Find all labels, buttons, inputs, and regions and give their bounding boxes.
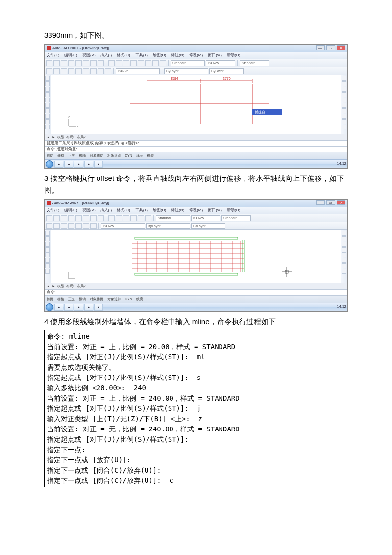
tab-layout1[interactable]: 布局1 [66,134,75,140]
menu-item[interactable]: 绘图(D) [153,52,166,59]
status-toggle[interactable]: 正交 [68,153,75,158]
tool-button[interactable] [45,92,50,97]
tool-button[interactable] [45,252,50,257]
tool-button[interactable] [75,60,82,66]
menu-item[interactable]: 帮助(H) [227,207,240,214]
status-toggle[interactable]: 对象追踪 [107,153,121,158]
tool-button[interactable] [130,60,137,66]
style-dropdown-2[interactable]: Standard [240,60,269,66]
tool-button[interactable] [83,60,89,66]
color-dropdown[interactable]: ByLayer [164,68,208,74]
taskbar-item[interactable]: ● [74,304,83,311]
tool-button[interactable] [45,247,50,252]
tab-layout2[interactable]: 布局2 [77,283,86,289]
tool-button[interactable] [53,68,60,74]
tab-model[interactable]: 模型 [57,283,64,289]
taskbar-item[interactable]: ● [64,304,73,311]
status-toggle[interactable]: 线宽 [136,153,143,158]
tool-button[interactable] [90,60,97,66]
menu-item[interactable]: 工具(T) [135,52,148,59]
tool-button[interactable] [83,223,89,229]
status-toggle[interactable]: 对象追踪 [107,296,121,302]
tool-button[interactable] [68,60,74,66]
tool-button[interactable] [45,119,50,124]
tool-button[interactable] [45,258,50,263]
status-toggle[interactable]: DYN [125,296,132,302]
tab[interactable]: ► [52,134,55,140]
tool-button[interactable] [123,215,129,221]
minimize-button[interactable]: — [316,45,325,50]
menu-item[interactable]: 标注(N) [171,207,184,214]
close-button[interactable]: ✕ [337,200,345,205]
menu-item[interactable]: 标注(N) [171,52,184,59]
tool-button[interactable] [116,215,122,221]
tool-button[interactable] [46,68,52,74]
menu-item[interactable]: 修改(M) [189,52,203,59]
tab[interactable]: ◄ [47,283,50,289]
tool-button[interactable] [68,68,74,74]
tool-button[interactable] [108,215,115,221]
tool-button[interactable] [342,269,346,274]
tool-button[interactable] [45,125,50,129]
menu-item[interactable]: 插入(I) [100,52,112,59]
status-toggle[interactable]: 对象捕捉 [90,153,103,158]
tool-button[interactable] [83,215,89,221]
status-toggle[interactable]: 正交 [68,296,75,302]
status-toggle[interactable]: 捕捉 [47,296,53,302]
close-button[interactable]: ✕ [337,45,345,50]
taskbar-item[interactable]: ● [74,161,83,168]
tool-button[interactable] [45,236,50,241]
tool-button[interactable] [160,60,166,66]
tool-button[interactable] [45,269,50,274]
status-toggle[interactable]: 栅格 [57,153,64,158]
tool-button[interactable] [342,125,346,129]
menu-item[interactable]: 绘图(D) [153,207,166,214]
taskbar-item[interactable]: ● [84,161,93,168]
status-toggle[interactable]: 线宽 [136,296,143,302]
tool-button[interactable] [46,223,52,229]
style-dropdown[interactable]: Standard [171,60,205,66]
tool-button[interactable] [45,103,50,108]
tool-button[interactable] [145,215,151,221]
menu-item[interactable]: 文件(F) [47,52,59,59]
tool-button[interactable] [123,60,129,66]
maximize-button[interactable]: ▭ [326,200,335,205]
tool-button[interactable] [46,215,52,221]
menu-item[interactable]: 窗口(W) [208,207,222,214]
tool-button[interactable] [108,60,115,66]
status-toggle[interactable]: 极轴 [79,296,86,302]
tool-button[interactable] [90,68,97,74]
tool-button[interactable] [90,223,97,229]
dim-dropdown[interactable]: ISO-25 [191,215,220,221]
style-dropdown-2[interactable]: Standard [221,215,251,221]
menu-item[interactable]: 格式(O) [117,207,130,214]
tool-button[interactable] [68,223,74,229]
menu-item[interactable]: 编辑(E) [64,52,77,59]
tool-button[interactable] [61,215,67,221]
tool-button[interactable] [342,103,346,108]
minimize-button[interactable]: — [316,200,325,205]
status-toggle[interactable]: DYN [125,153,132,158]
tool-button[interactable] [98,60,104,66]
tool-button[interactable] [145,60,151,66]
tool-button[interactable] [68,215,74,221]
drawing-canvas[interactable]: 3584 3770 捕捉自 Y X □ [51,75,341,134]
menu-item[interactable]: 格式(O) [117,52,130,59]
start-button[interactable] [46,160,53,168]
tool-button[interactable] [342,114,346,119]
tool-button[interactable] [45,108,50,113]
tool-button[interactable] [342,81,346,86]
tool-button[interactable] [342,242,346,247]
tool-button[interactable] [53,60,60,66]
command-line[interactable]: 命令: 指定对角点: [45,147,347,152]
command-line[interactable]: 命令: [45,290,347,296]
tool-button[interactable] [342,98,346,102]
tool-button[interactable] [342,247,346,252]
tool-button[interactable] [342,258,346,263]
tool-button[interactable] [98,215,104,221]
tool-button[interactable] [342,263,346,268]
tool-button[interactable] [342,87,346,92]
tool-button[interactable] [45,76,50,81]
tab[interactable]: ◄ [47,134,50,140]
tab[interactable]: ► [52,283,55,289]
